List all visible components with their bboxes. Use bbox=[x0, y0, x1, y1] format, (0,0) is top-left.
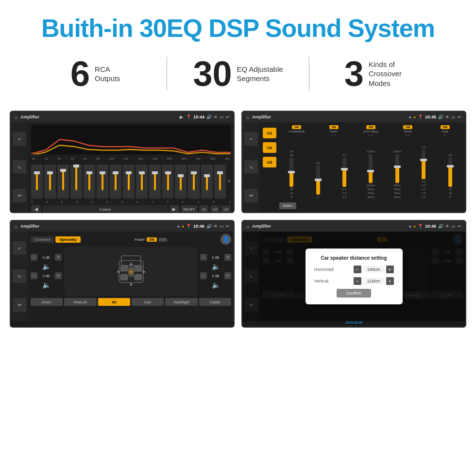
eq-next-btn[interactable]: ▶ bbox=[170, 205, 179, 213]
eq-reset-btn[interactable]: RESET bbox=[181, 205, 197, 213]
amp-track-4[interactable] bbox=[369, 154, 373, 183]
eq-slider-3[interactable] bbox=[70, 165, 82, 199]
bass-on[interactable]: ON bbox=[403, 125, 412, 129]
window-icon-1[interactable]: ▭ bbox=[220, 115, 224, 119]
sub-on[interactable]: ON bbox=[441, 125, 450, 129]
back-icon-1[interactable]: ↩ bbox=[226, 115, 230, 119]
eq-custom-btn[interactable]: Custom bbox=[43, 205, 168, 213]
vol-br-minus[interactable]: − bbox=[200, 272, 207, 279]
confirm-button[interactable]: Confirm bbox=[337, 289, 372, 298]
arrows-icon-1[interactable]: ⇔ bbox=[13, 189, 26, 202]
tab-specialty[interactable]: Specialty bbox=[55, 236, 80, 243]
wave-icon-2[interactable]: ∿ bbox=[244, 160, 258, 174]
back-icon-3[interactable]: ↩ bbox=[226, 224, 230, 229]
rearleft-btn[interactable]: RearLeft bbox=[64, 298, 96, 306]
arrows-icon-3[interactable]: ⇔ bbox=[13, 298, 26, 312]
eq-slider-12[interactable] bbox=[188, 165, 200, 199]
page-title: Buith-in 30EQ DSP Sound System bbox=[10, 14, 466, 43]
eq-slider-14[interactable] bbox=[214, 165, 226, 199]
eq-u1-btn[interactable]: U1 bbox=[199, 205, 208, 213]
window-icon-4[interactable]: ▭ bbox=[451, 224, 456, 229]
loudness-on[interactable]: ON bbox=[292, 125, 301, 129]
amp-slider-3: 3.0 2.1 1.3 0.5 bbox=[332, 154, 357, 199]
vol-row-bl: − 0 dB + bbox=[31, 272, 62, 279]
arrows-icon-2[interactable]: ⇔ bbox=[244, 189, 258, 202]
vol-tl-minus[interactable]: − bbox=[31, 254, 37, 261]
speaker-tl: 🔈 bbox=[42, 263, 51, 270]
eq-slider-10[interactable] bbox=[162, 165, 174, 199]
eq-icon-2[interactable]: ≈ bbox=[244, 132, 258, 146]
eq-slider-11[interactable] bbox=[175, 165, 187, 199]
amp-track-3[interactable] bbox=[342, 158, 346, 187]
vol-br-plus[interactable]: + bbox=[224, 272, 231, 279]
close-icon-4[interactable]: ✕ bbox=[445, 224, 449, 229]
close-icon-3[interactable]: ✕ bbox=[214, 224, 218, 229]
eq-slider-2[interactable] bbox=[57, 165, 69, 199]
home-icon-4[interactable]: ⌂ bbox=[246, 224, 249, 229]
eq-icon-3[interactable]: ≈ bbox=[13, 241, 26, 255]
driver-btn[interactable]: Driver bbox=[31, 298, 63, 306]
distance-dialog: Car speaker distance setting Horizontal … bbox=[306, 249, 403, 304]
screen1-title: Amplifier bbox=[20, 115, 177, 119]
amp-track-2[interactable] bbox=[316, 166, 320, 195]
vertical-minus[interactable]: − bbox=[354, 277, 361, 285]
stat-divider-2 bbox=[309, 57, 309, 91]
eq-slider-13[interactable] bbox=[201, 165, 213, 199]
close-icon-1[interactable]: ✕ bbox=[214, 115, 218, 119]
eq-prev-btn[interactable]: ◀ bbox=[31, 205, 41, 213]
eq-slider-1[interactable] bbox=[44, 165, 56, 199]
amp-track-5[interactable] bbox=[395, 154, 399, 183]
close-icon-2[interactable]: ✕ bbox=[445, 115, 449, 119]
wave-icon-3[interactable]: ∿ bbox=[13, 269, 26, 283]
vertical-plus[interactable]: + bbox=[386, 277, 394, 285]
amp-track-6[interactable] bbox=[422, 150, 425, 179]
eq-icon-1[interactable]: ≈ bbox=[13, 132, 26, 146]
wave-icon-1[interactable]: ∿ bbox=[13, 160, 26, 174]
window-icon-3[interactable]: ▭ bbox=[220, 224, 224, 229]
eq-slider-4[interactable] bbox=[84, 165, 95, 199]
horizontal-plus[interactable]: + bbox=[386, 266, 394, 273]
eq-slider-7[interactable] bbox=[123, 165, 135, 199]
u1-btn[interactable]: U1 bbox=[263, 128, 276, 138]
fader-toggle[interactable]: ⊟⊟ bbox=[159, 237, 167, 242]
horizontal-minus[interactable]: − bbox=[354, 266, 361, 273]
cutfreq-on[interactable]: ON bbox=[366, 125, 375, 129]
eq-slider-8[interactable] bbox=[136, 165, 148, 199]
u2-btn[interactable]: U2 bbox=[263, 142, 276, 153]
eq-slider-9[interactable] bbox=[149, 165, 161, 199]
vol-tl-plus[interactable]: + bbox=[55, 254, 62, 261]
eq-slider-6[interactable] bbox=[110, 165, 121, 199]
copilot-btn[interactable]: Copilot bbox=[199, 298, 231, 306]
eq-slider-0[interactable] bbox=[31, 165, 43, 199]
eq-slider-5[interactable] bbox=[97, 165, 108, 199]
home-icon-2[interactable]: ⌂ bbox=[246, 115, 249, 120]
rearright-btn[interactable]: RearRight bbox=[165, 298, 197, 306]
tab-common[interactable]: Common bbox=[31, 236, 54, 243]
all-btn[interactable]: All bbox=[98, 298, 130, 306]
home-icon-1[interactable]: ⌂ bbox=[15, 115, 17, 120]
screen-dialog: ⌂ Amplifier ■ ● 📍 10:46 🔊 ✕ ▭ ↩ ≈ ∿ ⇔ bbox=[241, 220, 466, 328]
amp-track-7[interactable] bbox=[448, 158, 452, 187]
vol-tr-plus[interactable]: + bbox=[224, 254, 231, 261]
user-btn[interactable]: User bbox=[132, 298, 164, 306]
amp-track-loudness[interactable] bbox=[289, 158, 293, 187]
eq-chart bbox=[31, 125, 231, 154]
fader-tabs: Common Specialty bbox=[31, 236, 81, 243]
home-icon-3[interactable]: ⌂ bbox=[15, 224, 17, 229]
screen4-title: Amplifier bbox=[252, 224, 406, 229]
vol-bl-plus[interactable]: + bbox=[55, 272, 62, 279]
back-icon-2[interactable]: ↩ bbox=[458, 115, 461, 119]
eq-u2-btn[interactable]: U2 bbox=[210, 205, 220, 213]
fader-top: Common Specialty Fader ON ⊟⊟ 👤 bbox=[31, 234, 231, 245]
speaker-tr: 🔈 bbox=[212, 263, 220, 270]
u3-btn[interactable]: U3 bbox=[263, 157, 276, 167]
svg-point-8 bbox=[130, 271, 132, 273]
vol-bl-minus[interactable]: − bbox=[31, 272, 37, 279]
back-icon-4[interactable]: ↩ bbox=[458, 224, 461, 229]
reset-btn-2[interactable]: RESET bbox=[279, 202, 296, 209]
window-icon-2[interactable]: ▭ bbox=[451, 115, 456, 119]
fader-on[interactable]: ON bbox=[147, 237, 157, 242]
vol-tr-minus[interactable]: − bbox=[200, 254, 207, 261]
phat-on[interactable]: ON bbox=[329, 125, 339, 129]
eq-u3-btn[interactable]: U3 bbox=[221, 205, 231, 213]
